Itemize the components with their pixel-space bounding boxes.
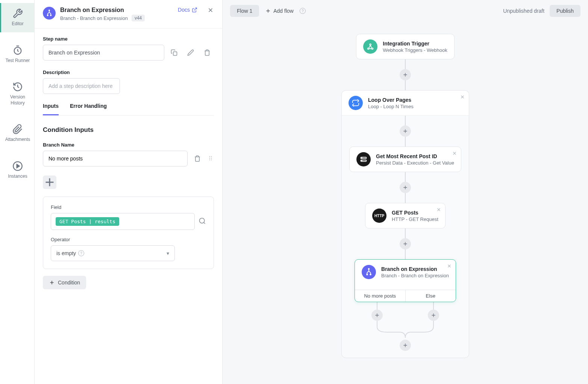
chevron-down-icon: ▾ (167, 250, 169, 256)
node-title: Get Most Recent Post ID (376, 153, 454, 159)
condition-box: Field GET Posts | results Operator is em… (43, 197, 214, 269)
merge-connector (356, 321, 454, 340)
node-subtitle: Persist Data - Execution - Get Value (376, 160, 454, 166)
node-close-button[interactable] (460, 94, 465, 101)
paperclip-icon (12, 124, 23, 135)
add-step-button[interactable] (400, 340, 411, 351)
trash-icon (204, 49, 211, 56)
node-loop[interactable]: Loop Over Pages Loop - Loop N Times (342, 91, 469, 116)
section-heading: Condition Inputs (43, 126, 214, 134)
node-close-button[interactable] (436, 207, 441, 213)
node-close-button[interactable] (452, 151, 457, 157)
branch-output-left[interactable]: No more posts (355, 290, 405, 302)
step-name-input[interactable] (43, 45, 164, 60)
rail-label: Test Runner (6, 58, 30, 64)
node-subtitle: Webhook Triggers - Webhook (383, 47, 447, 53)
tab-inputs[interactable]: Inputs (43, 103, 59, 115)
copy-button[interactable] (167, 46, 181, 59)
add-step-button[interactable] (428, 310, 439, 321)
add-step-button[interactable] (371, 310, 383, 321)
rail-label: Attachments (5, 137, 30, 143)
description-input[interactable] (43, 78, 120, 94)
branch-output-right[interactable]: Else (406, 290, 456, 302)
search-icon (199, 217, 206, 225)
svg-point-10 (211, 157, 212, 158)
node-close-button[interactable] (447, 263, 452, 270)
svg-point-16 (372, 48, 373, 50)
svg-rect-6 (173, 52, 177, 56)
step-name-label: Step name (43, 36, 214, 42)
tab-error-handling[interactable]: Error Handling (70, 103, 107, 115)
rail-item-editor[interactable]: Editor (0, 3, 34, 32)
branch-name-input[interactable] (43, 151, 188, 166)
add-step-button[interactable] (400, 69, 411, 80)
edit-icon (187, 49, 194, 56)
http-icon: HTTP (372, 209, 386, 223)
description-label: Description (43, 70, 214, 75)
svg-point-15 (368, 48, 369, 50)
close-panel-button[interactable] (207, 7, 214, 15)
trash-icon (194, 155, 201, 162)
drag-handle[interactable] (207, 155, 214, 163)
svg-marker-2 (17, 164, 20, 168)
webhook-icon (363, 39, 377, 54)
plus-icon (43, 175, 56, 189)
rail-item-attachments[interactable]: Attachments (0, 119, 34, 148)
panel-header: Branch on Expression Branch - Branch on … (35, 0, 222, 29)
svg-point-12 (211, 159, 212, 160)
config-panel: Branch on Expression Branch - Branch on … (35, 0, 223, 384)
add-branch-button[interactable] (43, 175, 56, 189)
edit-button[interactable] (184, 46, 197, 59)
branch-icon (43, 7, 56, 20)
field-reference-input[interactable]: GET Posts | results (51, 213, 195, 230)
external-link-icon (192, 7, 197, 13)
operator-label: Operator (51, 237, 206, 242)
publish-button[interactable]: Publish (550, 5, 580, 17)
svg-point-7 (209, 156, 210, 157)
node-branch[interactable]: Branch on Expression Branch - Branch on … (355, 259, 456, 302)
node-subtitle: HTTP - GET Request (392, 216, 438, 222)
timer-icon (12, 45, 23, 56)
node-subtitle: Branch - Branch on Expression (381, 273, 449, 278)
node-http[interactable]: HTTP GET Posts HTTP - GET Request (365, 203, 446, 228)
help-icon[interactable]: ? (300, 8, 306, 14)
add-step-button[interactable] (400, 238, 411, 249)
node-trigger[interactable]: Integration Trigger Webhook Triggers - W… (356, 34, 455, 59)
rail-item-instances[interactable]: Instances (0, 156, 34, 185)
add-step-button[interactable] (400, 125, 411, 137)
svg-point-13 (200, 218, 205, 223)
operator-select[interactable]: is empty ? ▾ (51, 245, 175, 261)
search-field-button[interactable] (199, 217, 206, 226)
flow-tab[interactable]: Flow 1 (230, 5, 259, 17)
docs-link[interactable]: Docs (178, 7, 197, 13)
config-tabs: Inputs Error Handling (43, 103, 214, 116)
node-title: Branch on Expression (381, 266, 449, 272)
svg-point-23 (370, 274, 371, 275)
svg-point-20 (362, 160, 362, 161)
svg-point-9 (209, 157, 210, 158)
plus-icon (265, 8, 271, 14)
draft-status: Unpublished draft (503, 8, 544, 14)
node-subtitle: Loop - Loop N Times (368, 104, 462, 109)
plus-icon (49, 280, 55, 286)
node-title: Integration Trigger (383, 41, 447, 47)
play-icon (12, 161, 23, 171)
delete-button[interactable] (200, 46, 214, 59)
branch-name-label: Branch Name (43, 142, 214, 148)
svg-point-19 (362, 158, 362, 158)
add-step-button[interactable] (400, 182, 411, 193)
add-flow-button[interactable]: Add flow (265, 8, 294, 14)
rail-label: Version History (3, 94, 33, 106)
add-condition-button[interactable]: Condition (43, 276, 86, 289)
reference-chip: GET Posts | results (56, 217, 119, 226)
delete-branch-button[interactable] (191, 152, 204, 165)
branch-icon (362, 265, 376, 279)
flow-canvas[interactable]: Flow 1 Add flow ? Unpublished draft Publ… (223, 0, 588, 384)
node-persist[interactable]: Get Most Recent Post ID Persist Data - E… (349, 147, 461, 172)
rail-item-test-runner[interactable]: Test Runner (0, 40, 34, 69)
rail-item-version-history[interactable]: Version History (0, 76, 34, 111)
help-icon[interactable]: ? (78, 250, 84, 256)
flow-tree: Integration Trigger Webhook Triggers - W… (341, 34, 469, 358)
copy-icon (171, 49, 177, 56)
svg-point-14 (370, 44, 371, 45)
